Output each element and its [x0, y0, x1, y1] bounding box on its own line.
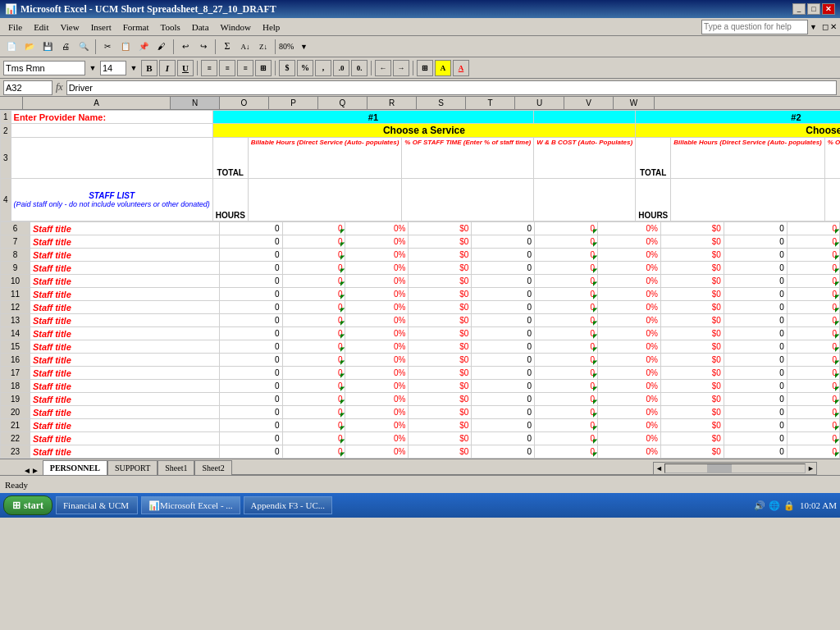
cell-q3[interactable]: W & B COST (Auto- Populates)	[534, 138, 636, 179]
sheet-nav-right[interactable]: ►	[31, 466, 39, 475]
hscroll-right[interactable]: ►	[806, 464, 816, 472]
menu-file[interactable]: File	[3, 21, 27, 34]
billable-o-cell[interactable]: 0◤	[282, 354, 345, 367]
hours-v-cell[interactable]: 0	[724, 235, 787, 249]
hours-r-cell[interactable]: 0	[472, 393, 535, 406]
pct-t-cell[interactable]: 0%	[598, 419, 661, 432]
staff-cell[interactable]: Staff title	[30, 354, 219, 367]
pct-p-cell[interactable]: 0%	[345, 249, 409, 262]
hours-r-cell[interactable]: 0	[472, 262, 535, 275]
autosum-button[interactable]: Σ	[219, 39, 235, 55]
menu-view[interactable]: View	[55, 21, 84, 34]
pct-p-cell[interactable]: 0%	[345, 406, 409, 419]
print-preview-button[interactable]: 🔍	[75, 39, 92, 55]
zoom-dropdown-icon[interactable]: ▼	[295, 39, 312, 55]
font-color-button[interactable]: A	[453, 60, 469, 76]
staff-cell[interactable]: Staff title	[30, 419, 219, 432]
hours-v-cell[interactable]: 0	[724, 340, 787, 354]
cell-a4[interactable]: STAFF LIST (Paid staff only - do not inc…	[11, 179, 212, 221]
taskbar-item-appendix[interactable]: Appendix F3 - UC...	[244, 496, 332, 514]
hours-r-cell[interactable]: 0	[472, 288, 535, 301]
sheet-nav-left[interactable]: ◄	[23, 466, 31, 475]
hours-r-cell[interactable]: 0	[472, 314, 535, 327]
col-header-n[interactable]: N	[171, 97, 220, 109]
cost-q-cell[interactable]: $0	[409, 367, 472, 380]
paste-button[interactable]: 📌	[135, 39, 152, 55]
cell-r1[interactable]: #2	[636, 111, 840, 124]
cost-u-cell[interactable]: $0	[660, 406, 724, 419]
help-close-icon[interactable]: ✕	[830, 22, 837, 31]
hours-n-cell[interactable]: 0	[219, 301, 282, 314]
col-header-t[interactable]: T	[466, 97, 515, 109]
hours-v-cell[interactable]: 0	[724, 288, 787, 301]
staff-cell[interactable]: Staff title	[30, 406, 219, 419]
comma-button[interactable]: ,	[315, 60, 331, 76]
hours-n-cell[interactable]: 0	[219, 445, 282, 459]
hours-n-cell[interactable]: 0	[219, 432, 282, 445]
pct-p-cell[interactable]: 0%	[345, 393, 409, 406]
cost-q-cell[interactable]: $0	[409, 327, 472, 340]
pct-t-cell[interactable]: 0%	[598, 367, 661, 380]
menu-window[interactable]: Window	[216, 21, 256, 34]
hours-v-cell[interactable]: 0	[724, 275, 787, 288]
cost-u-cell[interactable]: $0	[660, 367, 724, 380]
pct-p-cell[interactable]: 0%	[345, 445, 409, 459]
cut-button[interactable]: ✂	[99, 39, 116, 55]
billable-o-cell[interactable]: 0◤	[282, 288, 345, 301]
billable-s-cell[interactable]: 0◤	[535, 367, 598, 380]
cost-q-cell[interactable]: $0	[409, 275, 472, 288]
billable-w-cell[interactable]: 0◤	[787, 222, 839, 235]
pct-p-cell[interactable]: 0%	[345, 288, 409, 301]
undo-button[interactable]: ↩	[177, 39, 194, 55]
billable-w-cell[interactable]: 0◤	[787, 249, 839, 262]
hours-v-cell[interactable]: 0	[724, 419, 787, 432]
staff-cell[interactable]: Staff title	[30, 432, 219, 445]
billable-s-cell[interactable]: 0◤	[535, 249, 598, 262]
pct-t-cell[interactable]: 0%	[598, 262, 661, 275]
billable-s-cell[interactable]: 0◤	[535, 354, 598, 367]
hours-v-cell[interactable]: 0	[724, 406, 787, 419]
billable-w-cell[interactable]: 0◤	[787, 367, 839, 380]
staff-cell[interactable]: Staff title	[30, 380, 219, 393]
hours-n-cell[interactable]: 0	[219, 222, 282, 235]
bold-button[interactable]: B	[141, 60, 158, 76]
hours-r-cell[interactable]: 0	[472, 235, 535, 249]
cell-q4[interactable]	[534, 179, 636, 221]
billable-w-cell[interactable]: 0◤	[787, 354, 839, 367]
pct-t-cell[interactable]: 0%	[598, 432, 661, 445]
hours-v-cell[interactable]: 0	[724, 262, 787, 275]
col-header-w[interactable]: W	[614, 97, 655, 109]
cost-u-cell[interactable]: $0	[660, 327, 724, 340]
cost-q-cell[interactable]: $0	[409, 235, 472, 249]
hours-n-cell[interactable]: 0	[219, 275, 282, 288]
hours-n-cell[interactable]: 0	[219, 235, 282, 249]
billable-s-cell[interactable]: 0◤	[535, 262, 598, 275]
pct-p-cell[interactable]: 0%	[345, 340, 409, 354]
open-button[interactable]: 📂	[21, 39, 38, 55]
pct-t-cell[interactable]: 0%	[598, 393, 661, 406]
new-button[interactable]: 📄	[3, 39, 20, 55]
staff-cell[interactable]: Staff title	[30, 301, 219, 314]
pct-t-cell[interactable]: 0%	[598, 380, 661, 393]
billable-w-cell[interactable]: 0◤	[787, 235, 839, 249]
cost-u-cell[interactable]: $0	[660, 222, 724, 235]
hours-v-cell[interactable]: 0	[724, 327, 787, 340]
pct-p-cell[interactable]: 0%	[345, 275, 409, 288]
staff-cell[interactable]: Staff title	[30, 262, 219, 275]
cost-q-cell[interactable]: $0	[409, 380, 472, 393]
billable-s-cell[interactable]: 0◤	[535, 327, 598, 340]
staff-cell[interactable]: Staff title	[30, 327, 219, 340]
billable-s-cell[interactable]: 0◤	[535, 301, 598, 314]
billable-o-cell[interactable]: 0◤	[282, 275, 345, 288]
copy-button[interactable]: 📋	[117, 39, 134, 55]
cost-u-cell[interactable]: $0	[660, 235, 724, 249]
billable-s-cell[interactable]: 0◤	[535, 340, 598, 354]
cell-r2[interactable]: Choose a Service	[636, 124, 840, 138]
cell-n1[interactable]: #1	[212, 111, 534, 124]
taskbar-item-excel[interactable]: 📊 Microsoft Excel - ...	[141, 496, 240, 514]
hours-n-cell[interactable]: 0	[219, 249, 282, 262]
cost-u-cell[interactable]: $0	[660, 340, 724, 354]
hours-v-cell[interactable]: 0	[724, 301, 787, 314]
billable-w-cell[interactable]: 0◤	[787, 419, 839, 432]
col-header-p[interactable]: P	[269, 97, 318, 109]
